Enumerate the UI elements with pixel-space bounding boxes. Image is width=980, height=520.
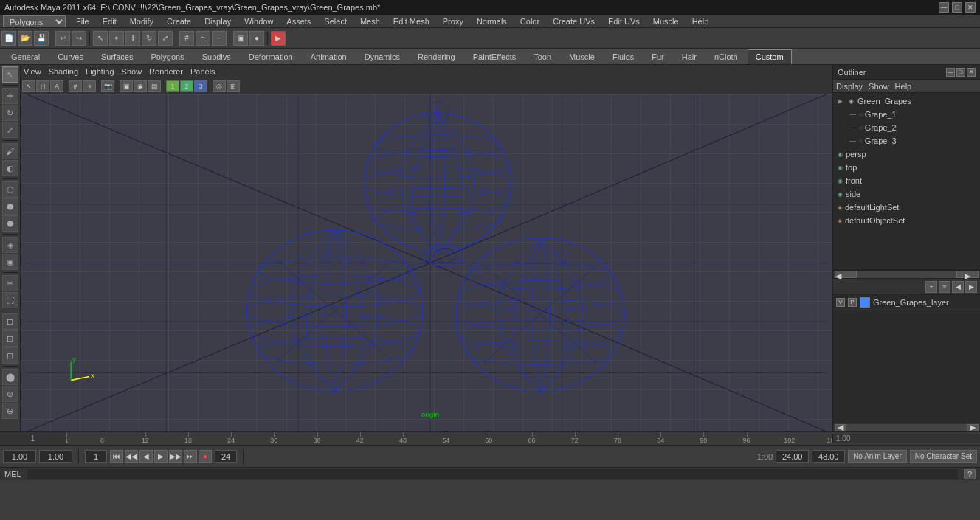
playback-start-input[interactable] xyxy=(85,450,107,463)
outliner-content[interactable]: ▶ ◈ Green_Grapes — ○ Grape_1 — ○ Grape_2 xyxy=(833,93,980,269)
step-back-button[interactable]: ◀◀ xyxy=(125,450,138,463)
mode-selector[interactable]: Polygons Surfaces Dynamics Rendering Ani… xyxy=(3,15,66,27)
tab-general[interactable]: General xyxy=(3,49,48,64)
outliner-maximize-button[interactable]: □ xyxy=(956,68,965,77)
undo-button[interactable]: ↩ xyxy=(55,31,70,46)
anim-end-input[interactable] xyxy=(776,450,809,463)
outliner-item-persp[interactable]: ◉ persp xyxy=(833,148,980,161)
lasso-button[interactable]: ⌖ xyxy=(109,31,124,46)
combine-button[interactable]: ⊞ xyxy=(2,330,18,347)
outliner-menu-show[interactable]: Show xyxy=(869,82,889,91)
layer-item-green-grapes[interactable]: V P Green_Grapes_layer xyxy=(833,295,980,310)
playback-end-input[interactable] xyxy=(215,450,237,463)
smooth-button[interactable]: ● xyxy=(249,31,264,46)
step-forward-button[interactable]: ▶▶ xyxy=(169,450,182,463)
current-frame-input[interactable] xyxy=(39,450,72,463)
rotate-tool-button[interactable]: ↻ xyxy=(2,105,18,121)
menu-proxy[interactable]: Proxy xyxy=(440,17,466,26)
layer-visibility-check[interactable]: V xyxy=(836,298,845,307)
select-tool-button[interactable]: ↖ xyxy=(2,66,18,83)
smooth-mesh-button[interactable]: ⬤ xyxy=(2,369,18,385)
no-anim-layer-badge[interactable]: No Anim Layer xyxy=(848,450,907,463)
tab-toon[interactable]: Toon xyxy=(525,49,559,64)
layer-scroll-right[interactable]: ▶ xyxy=(965,281,977,293)
menu-file[interactable]: File xyxy=(73,17,92,26)
play-back-button[interactable]: ◀ xyxy=(139,450,153,463)
scroll-right-button[interactable]: ▶ xyxy=(956,271,979,278)
tab-fur[interactable]: Fur xyxy=(643,49,672,64)
vp-menu-renderer[interactable]: Renderer xyxy=(149,67,183,76)
outliner-minimize-button[interactable]: — xyxy=(946,68,955,77)
vp-menu-show[interactable]: Show xyxy=(122,67,142,76)
anim-start-input[interactable] xyxy=(3,450,36,463)
tab-painteffects[interactable]: PaintEffects xyxy=(465,49,525,64)
menu-edit-uvs[interactable]: Edit UVs xyxy=(605,17,643,26)
mel-input[interactable] xyxy=(27,469,958,479)
menu-assets[interactable]: Assets xyxy=(283,17,314,26)
snap-grid-button[interactable]: # xyxy=(179,31,194,46)
redo-button[interactable]: ↪ xyxy=(72,31,86,46)
close-button[interactable]: ✕ xyxy=(965,2,976,13)
menu-help[interactable]: Help xyxy=(689,17,712,26)
no-character-set-badge[interactable]: No Character Set xyxy=(910,450,977,463)
outliner-menu-display[interactable]: Display xyxy=(836,82,863,91)
go-to-start-button[interactable]: ⏮ xyxy=(110,450,123,463)
menu-display[interactable]: Display xyxy=(201,17,234,26)
vp-attr-button[interactable]: A xyxy=(50,80,63,92)
menu-select[interactable]: Select xyxy=(321,17,350,26)
layers-scroll-right[interactable]: ▶ xyxy=(967,424,979,431)
vp-menu-lighting[interactable]: Lighting xyxy=(86,67,114,76)
extrude-button[interactable]: ⬡ xyxy=(2,181,18,198)
menu-create[interactable]: Create xyxy=(164,17,194,26)
timeline[interactable]: 1 16121824303642485460667278849096102108… xyxy=(0,431,980,445)
outliner-item-front[interactable]: ◉ front xyxy=(833,174,980,187)
outliner-item-top[interactable]: ◉ top xyxy=(833,161,980,174)
outliner-item-grape2[interactable]: — ○ Grape_2 xyxy=(833,121,980,134)
wireframe-button[interactable]: ▣ xyxy=(233,31,248,46)
vp-wireframe-button[interactable]: ▣ xyxy=(120,80,133,92)
menu-modify[interactable]: Modify xyxy=(127,17,156,26)
tab-rendering[interactable]: Rendering xyxy=(410,49,463,64)
select-button[interactable]: ↖ xyxy=(93,31,108,46)
layer-new-button[interactable]: + xyxy=(925,281,937,293)
vp-select-button[interactable]: ↖ xyxy=(22,80,35,92)
vp-display2-button[interactable]: 2 xyxy=(180,80,193,92)
vp-isolate-button[interactable]: ◎ xyxy=(213,80,226,92)
vp-menu-panels[interactable]: Panels xyxy=(190,67,215,76)
outliner-item-side[interactable]: ◉ side xyxy=(833,187,980,201)
play-forward-button[interactable]: ▶ xyxy=(154,450,168,463)
vp-flat-button[interactable]: ▤ xyxy=(148,80,161,92)
menu-muscle[interactable]: Muscle xyxy=(650,17,682,26)
menu-normals[interactable]: Normals xyxy=(474,17,510,26)
vp-camera-button[interactable]: 📷 xyxy=(101,80,114,92)
layer-scroll-left[interactable]: ◀ xyxy=(952,281,964,293)
scale-button[interactable]: ⤢ xyxy=(158,31,173,46)
tab-surfaces[interactable]: Surfaces xyxy=(93,49,141,64)
tab-deformation[interactable]: Deformation xyxy=(241,49,301,64)
status-help-button[interactable]: ? xyxy=(964,469,976,479)
cut-tool-button[interactable]: ⛶ xyxy=(2,292,18,308)
tab-fluids[interactable]: Fluids xyxy=(604,49,642,64)
tab-polygons[interactable]: Polygons xyxy=(142,49,192,64)
vp-display1-button[interactable]: 1 xyxy=(166,80,179,92)
menu-create-uvs[interactable]: Create UVs xyxy=(550,17,598,26)
unfold-button[interactable]: ⊛ xyxy=(2,386,18,402)
vp-smooth-button[interactable]: ◉ xyxy=(134,80,147,92)
outliner-scrollbar-horizontal[interactable]: ◀ ▶ xyxy=(833,270,980,279)
menu-mesh[interactable]: Mesh xyxy=(357,17,383,26)
separate-button[interactable]: ⊟ xyxy=(2,347,18,364)
object-mode-button[interactable]: ◉ xyxy=(2,254,18,270)
vp-display3-button[interactable]: 3 xyxy=(194,80,207,92)
menu-color[interactable]: Color xyxy=(517,17,542,26)
vp-resolution-button[interactable]: ⊞ xyxy=(227,80,240,92)
scale-tool-button[interactable]: ⤢ xyxy=(2,122,18,138)
vp-snap-button[interactable]: ⌖ xyxy=(83,80,96,92)
snap-curve-button[interactable]: ~ xyxy=(196,31,210,46)
mirror-button[interactable]: ⊡ xyxy=(2,313,18,330)
menu-edit-mesh[interactable]: Edit Mesh xyxy=(390,17,432,26)
record-button[interactable]: ● xyxy=(199,450,212,463)
tab-muscle[interactable]: Muscle xyxy=(561,49,603,64)
component-mode-button[interactable]: ◈ xyxy=(2,237,18,253)
new-file-button[interactable]: 📄 xyxy=(1,31,16,46)
split-tool-button[interactable]: ✂ xyxy=(2,275,18,291)
